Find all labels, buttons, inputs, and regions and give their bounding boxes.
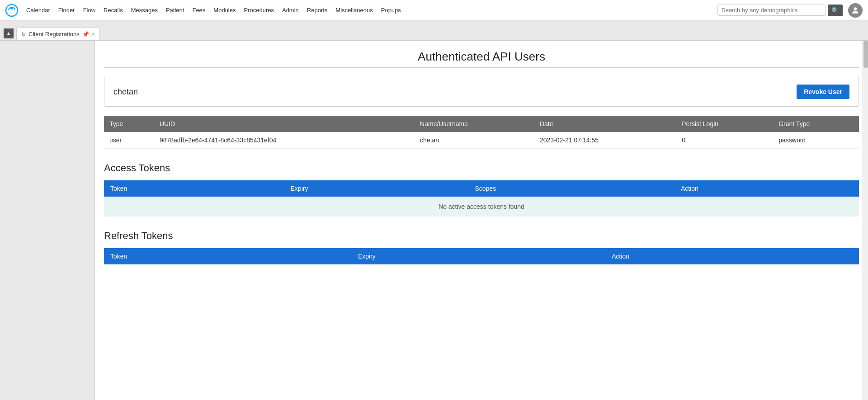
scrollbar[interactable] xyxy=(863,41,868,400)
user-avatar[interactable] xyxy=(848,3,863,18)
user-card: chetan Revoke User xyxy=(104,77,859,107)
refresh-tokens-table: Token Expiry Action xyxy=(104,248,859,264)
title-divider xyxy=(104,67,859,68)
refresh-tokens-header-row: Token Expiry Action xyxy=(104,248,859,264)
tab-pin-icon: 📌 xyxy=(82,31,89,38)
col-uuid: UUID xyxy=(154,116,415,132)
cell-uuid: 9878adfb-2e64-4741-8c64-33c85431ef04 xyxy=(154,132,415,149)
left-sidebar xyxy=(0,41,95,400)
table-row: user 9878adfb-2e64-4741-8c64-33c85431ef0… xyxy=(104,132,859,149)
col-grant-type: Grant Type xyxy=(773,116,859,132)
nav-item-fees[interactable]: Fees xyxy=(189,5,209,15)
revoke-user-button[interactable]: Revoke User xyxy=(797,85,849,99)
refresh-tokens-title: Refresh Tokens xyxy=(104,230,859,242)
username-display: chetan xyxy=(113,87,138,97)
nav-item-messages[interactable]: Messages xyxy=(127,5,161,15)
col-name-username: Name/Username xyxy=(415,116,534,132)
nav-item-reports[interactable]: Reports xyxy=(303,5,331,15)
cell-grant-type: password xyxy=(773,132,859,149)
refresh-col-token: Token xyxy=(104,248,352,264)
scroll-thumb[interactable] xyxy=(863,41,868,68)
nav-item-calendar[interactable]: Calendar xyxy=(23,5,54,15)
svg-point-1 xyxy=(10,7,13,9)
tab-bar: ▲ ↻ Client Registrations 📌 × xyxy=(0,21,868,41)
access-col-scopes: Scopes xyxy=(468,180,674,197)
nav-item-procedures[interactable]: Procedures xyxy=(240,5,277,15)
refresh-col-expiry: Expiry xyxy=(352,248,605,264)
tab-close-button[interactable]: × xyxy=(92,31,95,38)
nav-item-miscellaneous[interactable]: Miscellaneous xyxy=(332,5,376,15)
app-logo[interactable] xyxy=(5,4,18,17)
col-date: Date xyxy=(534,116,676,132)
access-col-token: Token xyxy=(104,180,284,197)
col-persist-login: Persist Login xyxy=(676,116,773,132)
cell-type: user xyxy=(104,132,154,149)
cell-name-username: chetan xyxy=(415,132,534,149)
user-table-header-row: Type UUID Name/Username Date Persist Log… xyxy=(104,116,859,132)
access-tokens-empty-row: No active access tokens found xyxy=(104,197,859,216)
svg-point-0 xyxy=(6,5,18,16)
tab-client-registrations[interactable]: ↻ Client Registrations 📌 × xyxy=(16,28,100,40)
search-button[interactable]: 🔍 xyxy=(828,5,843,16)
access-col-action: Action xyxy=(675,180,859,197)
tab-refresh-icon: ↻ xyxy=(21,31,26,38)
page-title: Authenticated API Users xyxy=(104,50,859,64)
main-content: Authenticated API Users chetan Revoke Us… xyxy=(95,41,868,400)
cell-persist-login: 0 xyxy=(676,132,773,149)
nav-item-finder[interactable]: Finder xyxy=(55,5,79,15)
nav-menu: Calendar Finder Flow Recalls Messages Pa… xyxy=(23,5,717,15)
collapse-button[interactable]: ▲ xyxy=(4,28,14,38)
nav-item-modules[interactable]: Modules xyxy=(210,5,239,15)
nav-item-patient[interactable]: Patient xyxy=(162,5,188,15)
nav-item-flow[interactable]: Flow xyxy=(80,5,99,15)
cell-date: 2023-02-21 07:14:55 xyxy=(534,132,676,149)
nav-item-admin[interactable]: Admin xyxy=(278,5,302,15)
access-tokens-header-row: Token Expiry Scopes Action xyxy=(104,180,859,197)
search-input[interactable] xyxy=(717,5,826,16)
user-table: Type UUID Name/Username Date Persist Log… xyxy=(104,116,859,149)
tab-label: Client Registrations xyxy=(28,31,80,38)
access-tokens-title: Access Tokens xyxy=(104,162,859,174)
svg-point-2 xyxy=(854,7,857,10)
access-tokens-empty-message: No active access tokens found xyxy=(104,197,859,216)
top-navigation: Calendar Finder Flow Recalls Messages Pa… xyxy=(0,0,868,21)
access-col-expiry: Expiry xyxy=(284,180,469,197)
col-type: Type xyxy=(104,116,154,132)
refresh-col-action: Action xyxy=(605,248,859,264)
nav-item-recalls[interactable]: Recalls xyxy=(100,5,127,15)
search-area: 🔍 xyxy=(717,3,863,18)
access-tokens-table: Token Expiry Scopes Action No active acc… xyxy=(104,180,859,216)
nav-item-popups[interactable]: Popups xyxy=(377,5,405,15)
